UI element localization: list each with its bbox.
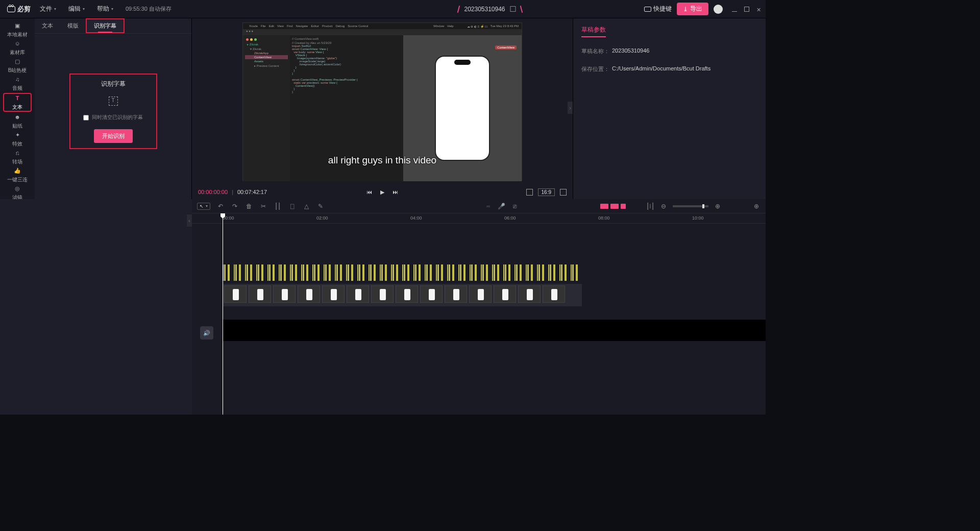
video-thumb[interactable] bbox=[494, 285, 516, 303]
thumb-icon: 👍 bbox=[13, 166, 21, 175]
track-mode-1[interactable] bbox=[600, 204, 608, 209]
video-thumb[interactable] bbox=[371, 285, 394, 303]
tab-text[interactable]: 文本 bbox=[35, 18, 60, 33]
video-thumb[interactable] bbox=[445, 285, 467, 303]
crop-icon[interactable] bbox=[526, 189, 533, 196]
text-icon: T bbox=[13, 94, 21, 102]
properties-tab[interactable]: 草稿参数 bbox=[581, 23, 606, 37]
audio-track[interactable] bbox=[223, 264, 766, 283]
minimize-button[interactable] bbox=[732, 7, 737, 12]
fit-button[interactable]: ⊕ bbox=[752, 202, 761, 210]
time-total: 00:07:42:17 bbox=[237, 189, 267, 195]
video-thumb[interactable] bbox=[224, 285, 247, 303]
audio-waveform[interactable] bbox=[223, 264, 582, 281]
export-icon: ⤓ bbox=[683, 6, 688, 13]
decor-slash bbox=[457, 5, 460, 12]
preview-menubar: XcodeFileEditViewFindNavigateEditorProdu… bbox=[243, 23, 522, 29]
zoom-slider[interactable] bbox=[673, 205, 708, 207]
close-button[interactable]: ✕ bbox=[756, 7, 762, 12]
properties-panel: 草稿参数 草稿名称： 202305310946 保存位置： C:/Users/A… bbox=[573, 18, 766, 199]
cut-button[interactable]: ✂ bbox=[259, 202, 267, 210]
sidebar-item-effect[interactable]: ✦特效 bbox=[3, 131, 32, 148]
time-current: 00:00:00:00 bbox=[198, 189, 228, 195]
shortcut-button[interactable]: 快捷键 bbox=[644, 5, 672, 13]
menu-file[interactable]: 文件▾ bbox=[34, 5, 62, 13]
user-avatar[interactable] bbox=[714, 5, 723, 14]
sidebar-item-audio[interactable]: ♫音频 bbox=[3, 75, 32, 92]
tab-template[interactable]: 模版 bbox=[60, 18, 86, 33]
next-button[interactable]: ⏭ bbox=[393, 189, 398, 196]
draft-name-value: 202305310946 bbox=[612, 47, 649, 55]
mic-button[interactable]: 🎤 bbox=[497, 202, 505, 210]
eyedropper-button[interactable]: ✎ bbox=[316, 202, 325, 210]
recognize-box: 识别字幕 同时清空已识别的字幕 开始识别 bbox=[69, 74, 157, 149]
menu-edit[interactable]: 编辑▾ bbox=[62, 5, 91, 13]
record-button[interactable]: ⎚ bbox=[510, 202, 519, 210]
align-button[interactable]: ⎮⁞⎮ bbox=[646, 202, 654, 210]
magnet-button[interactable]: ⎓ bbox=[484, 202, 492, 210]
sidebar-item-like[interactable]: 👍一键三连 bbox=[3, 166, 32, 183]
undo-button[interactable]: ↶ bbox=[216, 202, 225, 210]
menu-help[interactable]: 帮助▾ bbox=[91, 5, 119, 13]
video-thumb[interactable] bbox=[298, 285, 320, 303]
prev-button[interactable]: ⏮ bbox=[366, 189, 372, 196]
playback-bar: 00:00:00:00 | 00:07:42:17 ⏮ ▶ ⏭ 16:9 bbox=[192, 185, 573, 199]
split-button[interactable]: ⎮⎮ bbox=[274, 202, 282, 210]
video-preview[interactable]: XcodeFileEditViewFindNavigateEditorProdu… bbox=[242, 22, 522, 181]
save-path-value: C:/Users/Admin/Documents/Bcut Drafts bbox=[612, 65, 710, 73]
zoom-out-button[interactable]: ⊖ bbox=[659, 202, 668, 210]
export-button[interactable]: ⤓ 导出 bbox=[677, 3, 708, 15]
redo-button[interactable]: ↷ bbox=[231, 202, 239, 210]
aspect-ratio[interactable]: 16:9 bbox=[538, 188, 555, 196]
video-thumb[interactable] bbox=[518, 285, 541, 303]
video-thumb[interactable] bbox=[420, 285, 443, 303]
mirror-button[interactable]: △ bbox=[302, 202, 310, 210]
playhead[interactable] bbox=[223, 213, 223, 415]
panel-collapse-right[interactable]: › bbox=[568, 102, 573, 114]
crop-button[interactable]: ⎕ bbox=[288, 202, 296, 210]
folder-icon: ▣ bbox=[13, 21, 21, 30]
clear-checkbox-input[interactable] bbox=[83, 115, 89, 120]
sidebar-item-library[interactable]: ☺素材库 bbox=[3, 39, 32, 56]
sidebar-item-sticker[interactable]: ☻贴纸 bbox=[3, 113, 32, 130]
decor-slash bbox=[520, 5, 523, 12]
start-recognize-button[interactable]: 开始识别 bbox=[94, 129, 133, 143]
video-thumb[interactable] bbox=[249, 285, 271, 303]
titlebar: 必剪 文件▾ 编辑▾ 帮助▾ 09:55:30 自动保存 20230531094… bbox=[0, 0, 766, 18]
sidebar: ▣本地素材 ☺素材库 ▢B站热梗 ♫音频 T文本 ☻贴纸 ✦特效 ⎌转场 👍一键… bbox=[0, 18, 35, 199]
time-ruler[interactable]: 00:00 02:00 04:00 06:00 08:00 10:00 bbox=[192, 213, 766, 224]
video-thumb[interactable] bbox=[273, 285, 296, 303]
zoom-in-button[interactable]: ⊕ bbox=[714, 202, 722, 210]
sidebar-item-text[interactable]: T文本 bbox=[3, 93, 32, 112]
clear-checkbox[interactable]: 同时清空已识别的字幕 bbox=[83, 114, 143, 121]
logo-icon bbox=[7, 6, 15, 12]
timeline-left-gutter: ‹ bbox=[0, 199, 192, 415]
video-thumb[interactable] bbox=[543, 285, 565, 303]
pan
      l-collapse-left[interactable]: ‹ bbox=[187, 214, 192, 227]
select-tool[interactable]: ↖ ▾ bbox=[197, 203, 210, 210]
maximize-button[interactable] bbox=[744, 7, 749, 12]
text-panel: 文本 模版 识别字幕 识别字幕 同时清空已识别的字幕 开始识别 bbox=[35, 18, 192, 199]
video-thumb[interactable] bbox=[322, 285, 345, 303]
tab-recognize-subtitle[interactable]: 识别字幕 bbox=[86, 18, 125, 33]
sidebar-item-trending[interactable]: ▢B站热梗 bbox=[3, 57, 32, 74]
mute-button[interactable]: 🔊 bbox=[200, 326, 213, 340]
track-mode-3[interactable] bbox=[621, 204, 626, 209]
video-track[interactable] bbox=[223, 284, 582, 304]
save-path-label: 保存位置： bbox=[581, 65, 612, 73]
play-button[interactable]: ▶ bbox=[380, 189, 384, 196]
library-icon: ☺ bbox=[13, 39, 21, 47]
video-thumb[interactable] bbox=[469, 285, 492, 303]
track-mode-2[interactable] bbox=[610, 204, 619, 209]
sidebar-item-transition[interactable]: ⎌转场 bbox=[3, 149, 32, 165]
edit-project-icon[interactable] bbox=[510, 6, 516, 12]
timeline: ↖ ▾ ↶ ↷ 🗑 ✂ ⎮⎮ ⎕ △ ✎ ⎓ 🎤 ⎚ bbox=[192, 199, 766, 415]
empty-track[interactable] bbox=[223, 320, 766, 341]
delete-button[interactable]: 🗑 bbox=[245, 202, 253, 210]
video-thumb[interactable] bbox=[347, 285, 369, 303]
video-thumb[interactable] bbox=[396, 285, 418, 303]
timeline-toolbar: ↖ ▾ ↶ ↷ 🗑 ✂ ⎮⎮ ⎕ △ ✎ ⎓ 🎤 ⎚ bbox=[192, 199, 766, 213]
sticker-icon: ☻ bbox=[13, 113, 21, 121]
fullscreen-icon[interactable] bbox=[560, 189, 567, 196]
sidebar-item-local[interactable]: ▣本地素材 bbox=[3, 21, 32, 38]
